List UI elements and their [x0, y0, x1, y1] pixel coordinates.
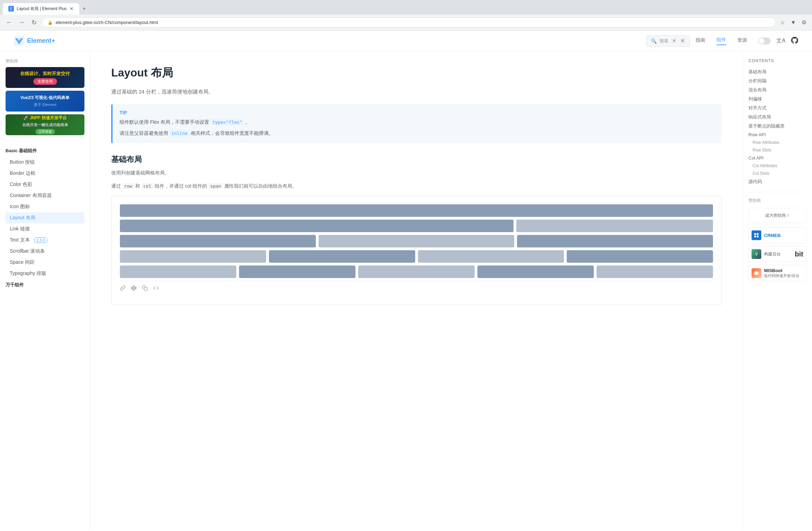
nav-item-layout[interactable]: Layout 布局: [6, 212, 84, 223]
search-icon: 🔍: [651, 38, 657, 44]
sponsor-banner-2[interactable]: Vue2/3 可视化-低代码表单 基于 Element: [6, 91, 84, 112]
demo-col-5-1: [120, 266, 236, 278]
nav-link-guide[interactable]: 指南: [696, 37, 705, 45]
nav-item-button[interactable]: Button 按钮: [6, 157, 84, 168]
logo-text: Element+: [27, 37, 55, 44]
nav-item-link[interactable]: Link 链接: [6, 223, 84, 235]
toc-responsive[interactable]: 响应式布局: [748, 113, 806, 122]
code-span: span: [208, 183, 223, 189]
new-tab-button[interactable]: +: [80, 3, 89, 15]
demo-col-4-3: [418, 250, 564, 263]
codepen-button[interactable]: [131, 285, 137, 292]
browser-actions: ☆ ▼ ⚙: [779, 18, 808, 27]
toc-offset[interactable]: 列偏移: [748, 95, 806, 104]
toc-hidden[interactable]: 基于断点的隐藏类: [748, 122, 806, 131]
toc-gutter[interactable]: 分栏间隔: [748, 76, 806, 85]
tip-box: TIP 组件默认使用 Flex 布局，不需要手动设置 type="flex" 。…: [111, 104, 722, 143]
demo-col-3-1: [120, 235, 316, 247]
sponsor-1-btn[interactable]: 免费使用: [33, 78, 57, 85]
theme-toggle[interactable]: [758, 38, 771, 44]
code-col: col: [141, 183, 153, 189]
page-body: 赞助商 在线设计、实时开发交付 免费使用 Vue2/3 可视化-低代码表单 基于…: [0, 51, 812, 530]
demo-col-5-5: [597, 266, 713, 278]
crmeb-text: CRMEB: [764, 233, 781, 238]
nav-item-space[interactable]: Space 间距: [6, 257, 84, 268]
copy-code-button[interactable]: [142, 285, 148, 292]
bookmark-button[interactable]: ☆: [779, 18, 786, 27]
contents-title: CONTENTS: [748, 58, 806, 63]
nav-link-components[interactable]: 组件: [716, 37, 726, 45]
nav-section-basic-title: Basic 基础组件: [6, 145, 84, 155]
toc-col-slots[interactable]: Col Slots: [748, 170, 806, 177]
left-sidebar: 赞助商 在线设计、实时开发交付 免费使用 Vue2/3 可视化-低代码表单 基于…: [0, 51, 90, 530]
logo[interactable]: Element+: [14, 36, 55, 46]
url-text: element-plus.gitee.io/zh-CN/component/la…: [56, 20, 770, 25]
expand-code-button[interactable]: [153, 285, 159, 292]
toc-row-slots[interactable]: Row Slots: [748, 146, 806, 154]
sponsor-crmeb[interactable]: CRMEB: [748, 227, 806, 243]
address-bar[interactable]: 🔒 element-plus.gitee.io/zh-CN/component/…: [42, 17, 776, 27]
section-basic-desc2: 通过 row 和 col 组件，并通过 col 组件的 span 属性我们就可以…: [111, 182, 722, 190]
nav-item-typography[interactable]: Typography 排版: [6, 268, 84, 279]
search-kbd-k: K: [680, 38, 686, 43]
crmeb-icon: [752, 230, 761, 240]
nav-item-icon[interactable]: Icon 图标: [6, 201, 84, 212]
toc-source[interactable]: 源代码: [748, 177, 806, 186]
nav-item-text[interactable]: Text 文本 2.3.0: [6, 235, 84, 246]
toc-basic-layout[interactable]: 基础布局: [748, 67, 806, 76]
toc-col-api[interactable]: Col API: [748, 154, 806, 162]
right-sidebar: CONTENTS 基础布局 分栏间隔 混合布局 列偏移 对齐方式 响应式布局 基…: [743, 51, 812, 530]
vuejoy-text: 构建后台: [764, 251, 781, 257]
nav-item-border[interactable]: Border 边框: [6, 168, 84, 179]
demo-col-2-2: [516, 220, 713, 232]
sponsor-banner-1[interactable]: 在线设计、实时开发交付 免费使用: [6, 67, 84, 88]
svg-rect-2: [754, 233, 756, 235]
refresh-button[interactable]: ↻: [29, 18, 39, 27]
search-text: 搜索: [659, 38, 669, 44]
svg-rect-3: [757, 233, 758, 235]
nav-item-container[interactable]: Container 布局容器: [6, 190, 84, 201]
toggle-switch[interactable]: [758, 38, 771, 44]
top-nav: Element+ 🔍 搜索 ⌘ K 指南 组件 资源 文A: [0, 31, 812, 51]
favicon: E: [8, 6, 14, 11]
demo-col-1-1: [120, 204, 713, 217]
svg-rect-5: [757, 236, 758, 237]
sponsor-misboot[interactable]: MISBoot 低代码快速开发/后台: [748, 265, 806, 281]
toc-col-attributes[interactable]: Col Attributes: [748, 162, 806, 170]
sponsor-banner-3[interactable]: 🚀 JNPF 快速开发平台 在线开发一键生成功能表单 立即体验: [6, 114, 84, 135]
demo-row-5: [120, 266, 713, 278]
github-button[interactable]: [791, 37, 798, 45]
search-box[interactable]: 🔍 搜索 ⌘ K: [646, 35, 690, 47]
demo-col-4-2: [269, 250, 415, 263]
sponsor-cta[interactable]: 成为赞助商！: [748, 208, 806, 223]
tip-line-2: 请注意父容器避免使用 inline 相关样式，会导致组件宽度不能撑满。: [120, 129, 715, 138]
nav-item-scrollbar[interactable]: Scrollbar 滚动条: [6, 246, 84, 257]
browser-chrome: E Layout 布局 | Element Plus ✕ + ← → ↻ 🔒 e…: [0, 0, 812, 31]
toc-mixed[interactable]: 混合布局: [748, 85, 806, 95]
nav-link-resources[interactable]: 资源: [737, 37, 747, 45]
browser-tab[interactable]: E Layout 布局 | Element Plus ✕: [3, 3, 79, 15]
nav-item-color[interactable]: Color 色彩: [6, 179, 84, 190]
forward-button[interactable]: →: [17, 18, 26, 27]
sponsor-3-btn[interactable]: 立即体验: [35, 129, 55, 134]
demo-col-3-2: [319, 235, 515, 247]
toc-align[interactable]: 对齐方式: [748, 104, 806, 113]
demo-row-4: [120, 250, 713, 263]
tip-label: TIP: [120, 110, 715, 115]
link-button[interactable]: [120, 285, 125, 292]
language-button[interactable]: 文A: [776, 37, 786, 44]
sponsor-2-sub: 基于 Element: [34, 102, 56, 107]
sponsor-vuejoy[interactable]: V 构建后台 bit: [748, 246, 806, 262]
demo-col-3-3: [517, 235, 713, 247]
tab-close-button[interactable]: ✕: [69, 6, 74, 11]
divider: [748, 192, 806, 192]
toc-row-attributes[interactable]: Row Attributes: [748, 139, 806, 146]
toc-row-api[interactable]: Row API: [748, 131, 806, 139]
address-bar-row: ← → ↻ 🔒 element-plus.gitee.io/zh-CN/comp…: [0, 15, 812, 30]
extension-button[interactable]: ⚙: [800, 18, 808, 27]
back-button[interactable]: ←: [4, 18, 14, 27]
demo-row-3: [120, 235, 713, 247]
profile-button[interactable]: ▼: [789, 18, 797, 27]
demo-col-4-4: [567, 250, 713, 263]
tip-line-1: 组件默认使用 Flex 布局，不需要手动设置 type="flex" 。: [120, 118, 715, 126]
